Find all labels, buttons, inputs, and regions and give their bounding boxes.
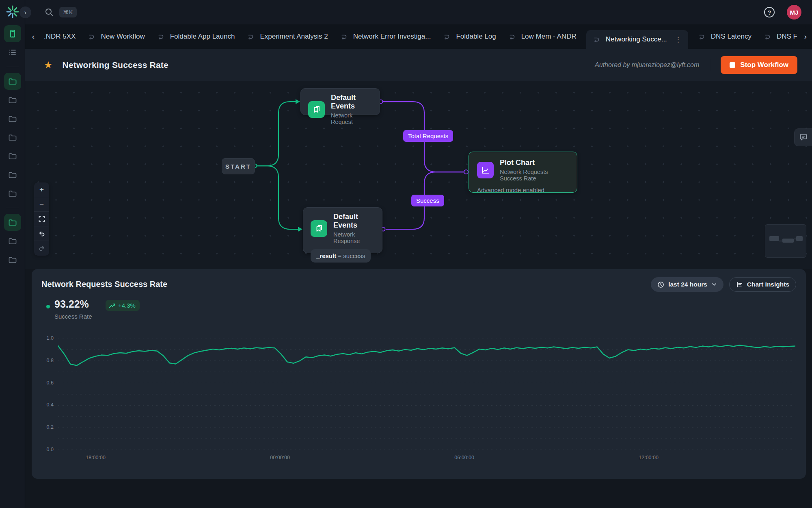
sidebar-item-folder-5[interactable] <box>4 148 21 165</box>
edge-label-success[interactable]: Success <box>411 195 444 206</box>
authored-by-text: Authored by mjuarezlopez@lyft.com <box>595 61 699 69</box>
zoom-in-button[interactable]: + <box>34 182 49 197</box>
y-axis-tick-0.8: 0.8 <box>32 358 54 363</box>
canvas-zoom-toolbar: +− <box>34 182 49 256</box>
bookmark-icon <box>311 220 327 237</box>
tabs-scroll-right-button[interactable]: › <box>801 32 810 41</box>
sidebar-divider <box>6 67 19 67</box>
stat-label: Success Rate <box>54 313 92 320</box>
help-button[interactable]: ? <box>764 7 775 17</box>
sidebar-item-folder-4[interactable] <box>4 129 21 146</box>
sidebar-item-folder-6[interactable] <box>4 166 21 183</box>
node-title: Plot Chart <box>500 158 569 167</box>
x-axis-tick-18-00-00: 18:00:00 <box>86 455 106 460</box>
stop-workflow-button[interactable]: Stop Workflow <box>721 56 797 74</box>
sidebar-item-list[interactable] <box>4 44 21 61</box>
sidebar-item-folder-2[interactable] <box>4 91 21 109</box>
stop-icon <box>730 62 735 68</box>
time-range-dropdown[interactable]: last 24 hours <box>651 277 723 292</box>
tab-dns-f[interactable]: DNS F <box>761 33 800 41</box>
tab-new-workflow[interactable]: New Workflow <box>85 33 147 41</box>
node-default-events-response[interactable]: Default Events Network Response _result … <box>303 207 382 253</box>
undo-button[interactable] <box>34 226 49 241</box>
folder-icon-8 <box>8 217 17 227</box>
list-icon <box>8 48 17 57</box>
y-axis-tick-0.6: 0.6 <box>32 380 54 386</box>
node-default-events-request[interactable]: Default Events Network Request <box>300 88 380 115</box>
y-axis-tick-0.0: 0.0 <box>32 447 54 452</box>
tab-network-error-investiga[interactable]: Network Error Investiga... <box>338 33 434 41</box>
tabs-scroll-left-button[interactable]: ‹ <box>28 32 38 41</box>
tab-menu-kebab-icon[interactable]: ⋮ <box>675 35 682 44</box>
search-shortcut-badge: ⌘K <box>59 7 77 17</box>
series-dot <box>46 305 50 308</box>
y-axis-tick-0.4: 0.4 <box>32 402 54 408</box>
app-logo-icon <box>6 5 19 19</box>
zoom-out-button[interactable]: − <box>34 197 49 212</box>
sidebar-item-folder-7[interactable] <box>4 185 21 202</box>
x-axis-tick-12-00-00: 12:00:00 <box>639 455 659 460</box>
tab-networking-succe[interactable]: Networking Succe...⋮ <box>586 30 688 49</box>
undo-icon <box>38 230 45 237</box>
chart-panel: Network Requests Success Rate last 24 ho… <box>32 269 806 479</box>
line-chart-icon <box>477 162 494 178</box>
folder-icon-10 <box>8 255 17 265</box>
sidebar-item-device[interactable] <box>4 25 21 42</box>
x-axis-tick-06-00-00: 06:00:00 <box>454 455 474 460</box>
sidebar-item-folder-3[interactable] <box>4 110 21 127</box>
bookmark-icon <box>308 101 325 118</box>
folder-icon-4 <box>8 132 17 142</box>
workflow-tabstrip: ‹ .NDR 5XXNew WorkflowFoldable App Launc… <box>25 24 812 49</box>
insights-icon <box>736 281 743 288</box>
tab-low-mem-andr[interactable]: Low Mem - ANDR <box>506 33 579 41</box>
node-subtitle: Network Response <box>333 231 375 244</box>
stat-delta-badge: +4.3% <box>106 300 140 311</box>
node-plot-chart[interactable]: Plot Chart Network Requests Success Rate… <box>469 152 577 193</box>
chat-panel-button[interactable] <box>794 128 812 146</box>
header-divider <box>710 59 710 71</box>
chat-bubble-icon <box>799 132 808 142</box>
chevron-down-icon <box>711 282 717 287</box>
search-button[interactable]: ⌘K <box>45 7 77 17</box>
chart-insights-button[interactable]: Chart Insights <box>729 277 796 292</box>
workflow-edges <box>25 81 812 269</box>
sidebar-item-folder-8[interactable] <box>4 214 21 231</box>
tab-label: .NDR 5XX <box>44 33 76 41</box>
clock-icon <box>657 281 664 288</box>
tab-label: Experiment Analysis 2 <box>260 33 328 41</box>
success-rate-chart <box>58 339 795 450</box>
topbar: ⌘K ? MJ <box>25 0 812 24</box>
y-axis-tick-1.0: 1.0 <box>32 335 54 341</box>
tab-experiment-analysis-2[interactable]: Experiment Analysis 2 <box>244 33 330 41</box>
edge-label-total-requests[interactable]: Total Requests <box>403 130 453 142</box>
stat-value: 93.22% <box>54 298 89 310</box>
tab-ndr-5xx[interactable]: .NDR 5XX <box>41 33 78 41</box>
sidebar-divider <box>6 208 19 208</box>
favorite-star-icon[interactable]: ★ <box>44 59 53 71</box>
sidebar-collapse-button[interactable]: › <box>19 7 31 18</box>
node-subtitle: Network Requests Success Rate <box>500 169 569 182</box>
node-subtitle: Network Request <box>331 112 372 125</box>
tab-dns-latency[interactable]: DNS Latency <box>695 33 754 41</box>
sidebar-item-folder-10[interactable] <box>4 251 21 268</box>
tab-foldable-log[interactable]: Foldable Log <box>441 33 498 41</box>
tab-foldable-app-launch[interactable]: Foldable App Launch <box>155 33 238 41</box>
device-icon <box>8 29 17 39</box>
trend-up-icon <box>109 303 115 308</box>
y-axis-tick-0.2: 0.2 <box>32 424 54 430</box>
start-node[interactable]: START <box>222 158 255 174</box>
redo-icon <box>38 245 45 252</box>
redo-button[interactable] <box>34 241 49 256</box>
tab-label: Foldable App Launch <box>170 33 235 41</box>
success-rate-line <box>58 345 795 365</box>
sidebar-item-folder-9[interactable] <box>4 232 21 250</box>
sidebar-item-folder-1[interactable] <box>4 73 21 90</box>
canvas-minimap[interactable] <box>765 224 806 258</box>
fit-view-button[interactable] <box>34 212 49 226</box>
avatar[interactable]: MJ <box>787 5 801 20</box>
workflow-canvas[interactable]: START Default Events Network Request <box>25 81 812 269</box>
node-title: Default Events <box>331 93 372 111</box>
node-title: Default Events <box>333 213 375 230</box>
sidebar <box>0 0 25 508</box>
folder-icon-9 <box>8 236 17 246</box>
